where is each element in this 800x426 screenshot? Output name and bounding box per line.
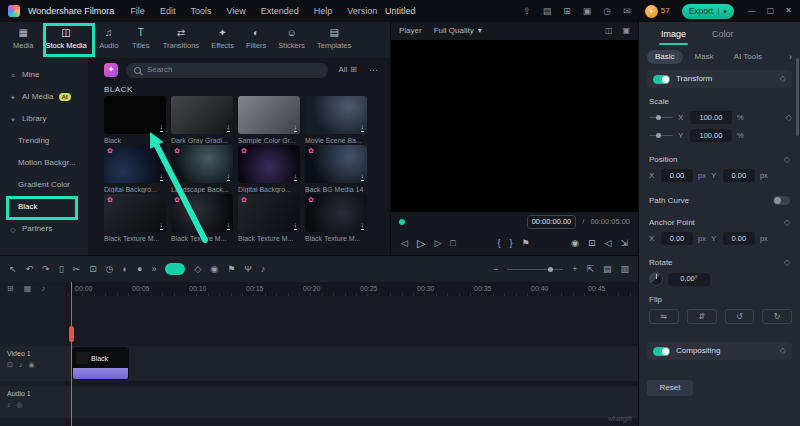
record-icon[interactable]: ● [137,265,142,274]
menu-version[interactable]: Version [347,7,377,16]
download-icon[interactable]: ↓ [361,172,365,181]
tab-stickers[interactable]: ☺ Stickers [273,26,310,52]
download-icon[interactable]: ↓ [294,123,298,132]
stock-thumbnail[interactable]: ✿ ↓ [238,194,300,232]
speed-icon[interactable]: ◷ [106,265,114,274]
anchor-x-input[interactable]: 0.00 [661,232,693,245]
zoom-in-icon[interactable]: + [572,265,577,274]
filter-all-button[interactable]: All ⊞ [338,66,357,74]
sidebar-item-mine[interactable]: ≡ Mine [0,64,88,86]
maximize-button[interactable]: ▢ [767,7,775,15]
split-icon[interactable]: ✂ [73,265,81,274]
chevron-down-icon[interactable]: ▾ [718,8,727,15]
keyframe-icon[interactable]: ◇ [194,265,201,274]
path-curve-toggle[interactable] [773,196,790,205]
render-preview-button[interactable] [165,263,185,275]
tab-audio[interactable]: ♫ Audio [94,26,124,52]
tab-effects[interactable]: ✦ Effects [206,26,239,52]
zoom-out-icon[interactable]: − [493,265,498,274]
credits-badge[interactable]: ♦ 57 [645,5,670,18]
menu-extended[interactable]: Extended [261,7,299,16]
timeline-clip-black[interactable]: Black [72,347,129,380]
menu-tools[interactable]: Tools [190,7,211,16]
scrub-handle[interactable] [399,219,405,225]
rotate-ccw-button[interactable]: ↺ [725,309,755,324]
stock-item[interactable]: ✿ ↓ Black Texture M... [238,194,300,242]
timeline-view-icon[interactable]: ▥ [620,265,629,274]
transform-toggle[interactable] [653,75,670,84]
sidebar-item-gradient-color[interactable]: Gradient Color [0,174,88,196]
scale-x-slider[interactable] [649,117,673,118]
redo-icon[interactable]: ↷ [42,265,50,274]
panel-scrollbar[interactable] [796,58,799,136]
stock-item[interactable]: ↓ Movie Scene Ba... [305,96,367,144]
previous-frame-button[interactable]: ◁ [401,239,408,248]
tab-media[interactable]: ▦ Media [8,26,38,52]
download-icon[interactable]: ↓ [361,221,365,230]
more-tools-icon[interactable]: » [151,265,156,274]
sidebar-item-ai-media[interactable]: ✦ AI Media AI [0,86,88,108]
stock-thumbnail[interactable]: ✿ ↓ [305,145,367,183]
playhead-line[interactable] [71,282,72,426]
anchor-y-input[interactable]: 0.00 [723,232,755,245]
preview-viewport[interactable] [391,40,638,212]
add-audio-track-icon[interactable]: ♪ [41,285,45,293]
add-video-track-icon[interactable]: ▦ [24,285,32,293]
mark-out-button[interactable]: } [509,239,512,248]
snapshot-icon[interactable]: ◉ [571,239,579,248]
playhead-handle[interactable] [69,326,74,342]
position-x-input[interactable]: 0.00 [661,169,693,182]
video-track-lane[interactable] [65,346,638,381]
download-icon[interactable]: ↓ [294,221,298,230]
stock-item[interactable]: ✿ ↓ Black Texture M... [305,194,367,242]
flip-horizontal-button[interactable]: ⇋ [649,309,679,324]
stock-thumbnail[interactable]: ✿ ↓ [305,194,367,232]
apps-icon[interactable]: ⊞ [563,7,571,16]
rotate-knob[interactable] [649,272,663,286]
tab-color[interactable]: Color [710,24,736,45]
audio-mixer-icon[interactable]: ♪ [261,265,266,274]
tab-titles[interactable]: T Titles [126,26,156,52]
subtab-mask[interactable]: Mask [687,50,722,64]
stock-thumbnail[interactable]: ↓ [305,96,367,134]
video-track-header[interactable]: Video 1 ⊡ ♪ ◉ [0,346,65,381]
dual-screen-icon[interactable]: ◫ [605,27,613,35]
reset-button[interactable]: Reset [647,380,693,396]
scale-x-input[interactable]: 100.00 [690,111,732,124]
rotate-input[interactable]: 0.00° [668,273,710,286]
flip-vertical-button[interactable]: ⇵ [687,309,717,324]
marker-icon[interactable]: ⚑ [521,239,529,248]
manage-tracks-icon[interactable]: ⊞ [7,285,14,293]
track-height-icon[interactable]: ▤ [603,265,612,274]
notifications-icon[interactable]: ◷ [603,7,611,16]
marker-icon[interactable]: ⚑ [227,265,235,274]
stock-item[interactable]: ↓ Sample Color Gr... [238,96,300,144]
snapshot-icon[interactable]: ◉ [210,265,218,274]
stock-item[interactable]: ✿ ↓ Back BG Media 14 [305,145,367,193]
timeline-ruler[interactable]: 00:00 00:05 00:10 00:15 00:20 00:25 00:3… [65,282,638,296]
download-icon[interactable]: ↓ [227,123,231,132]
screen-record-icon[interactable]: ▣ [583,7,592,16]
position-y-input[interactable]: 0.00 [723,169,755,182]
subtab-basic[interactable]: Basic [647,50,683,64]
keyframe-icon[interactable]: ◇ [780,347,786,355]
sidebar-item-library[interactable]: ▾ Library [0,108,88,130]
stock-thumbnail[interactable]: ↓ [238,96,300,134]
keyframe-icon[interactable]: ◇ [786,114,792,122]
mark-in-button[interactable]: { [497,239,500,248]
stock-item[interactable]: ✿ ↓ Digital Backgro... [238,145,300,193]
export-button[interactable]: Export ▾ [682,4,734,19]
crop-icon[interactable]: ⊡ [89,265,97,274]
delete-icon[interactable]: ▯ [59,265,64,274]
volume-icon[interactable]: ◁ [605,239,612,248]
tab-filters[interactable]: ◐ Filters [241,26,271,52]
tab-transitions[interactable]: ⇄ Transitions [158,26,204,52]
sidebar-item-trending[interactable]: Trending [0,130,88,152]
scrub-track[interactable] [411,221,521,223]
close-button[interactable]: ✕ [785,7,792,15]
track-mute-icon[interactable]: ♪ [19,361,23,368]
device-icon[interactable]: ▤ [543,7,552,16]
download-icon[interactable]: ↓ [227,172,231,181]
pointer-tool-icon[interactable]: ↖ [9,265,17,274]
play-button[interactable]: ▷ [417,238,425,249]
